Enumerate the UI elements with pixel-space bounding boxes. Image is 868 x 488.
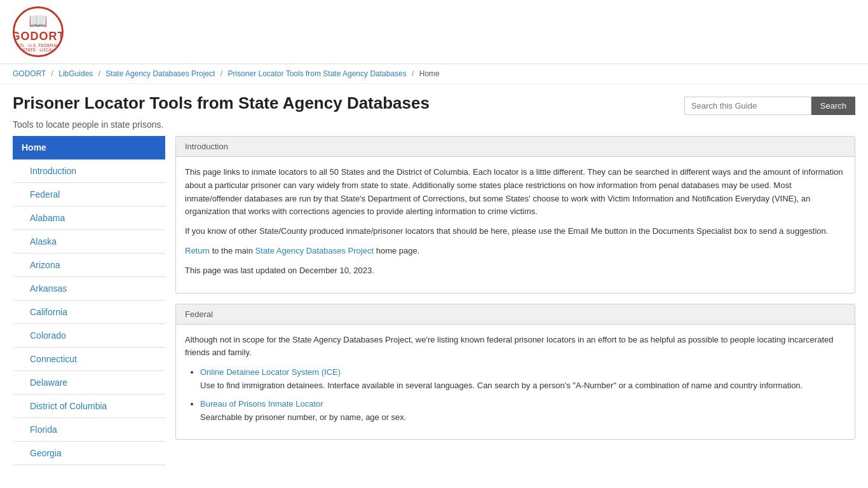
search-input[interactable]: [684, 97, 811, 115]
sidebar-item-dc[interactable]: District of Columbia: [13, 395, 165, 418]
sidebar-item-arkansas[interactable]: Arkansas: [13, 277, 165, 301]
introduction-card: Introduction This page links to inmate l…: [175, 136, 855, 294]
federal-card-header: Federal: [176, 304, 855, 325]
sidebar-item-connecticut[interactable]: Connecticut: [13, 348, 165, 371]
breadcrumb-home: Home: [419, 69, 440, 78]
page-subtitle: Tools to locate people in state prisons.: [0, 118, 868, 136]
sidebar-item-introduction[interactable]: Introduction: [13, 159, 165, 183]
bop-link[interactable]: Bureau of Prisons Inmate Locator: [200, 398, 846, 411]
intro-p1: This page links to inmate locators to al…: [185, 166, 846, 219]
sidebar-item-colorado[interactable]: Colorado: [13, 324, 165, 348]
search-area: Search: [684, 97, 855, 115]
federal-card-body: Although not in scope for the State Agen…: [176, 325, 855, 439]
logo-area: 📖 GODORT INTL · U.S. FEDERAL · STATE · L…: [13, 6, 855, 57]
sidebar-item-california[interactable]: California: [13, 301, 165, 324]
sidebar-item-alabama[interactable]: Alabama: [13, 207, 165, 230]
sidebar-item-delaware[interactable]: Delaware: [13, 371, 165, 395]
federal-links-list: Online Detainee Locator System (ICE) Use…: [185, 366, 846, 424]
breadcrumb-state-agency[interactable]: State Agency Databases Project: [105, 69, 215, 78]
federal-card: Federal Although not in scope for the St…: [175, 304, 855, 440]
sidebar-item-home[interactable]: Home: [13, 136, 165, 159]
sidebar-item-federal[interactable]: Federal: [13, 183, 165, 207]
logo-subtitle: INTL · U.S. FEDERAL · STATE · LOCAL: [13, 43, 64, 52]
ice-link[interactable]: Online Detainee Locator System (ICE): [200, 366, 846, 379]
content-area: Introduction This page links to inmate l…: [175, 136, 855, 465]
federal-intro: Although not in scope for the State Agen…: [185, 334, 846, 360]
search-button[interactable]: Search: [811, 97, 855, 115]
breadcrumb: GODORT / LibGuides / State Agency Databa…: [0, 64, 868, 84]
breadcrumb-godort[interactable]: GODORT: [13, 69, 46, 78]
intro-p2: If you know of other State/County produc…: [185, 225, 846, 238]
top-header: 📖 GODORT INTL · U.S. FEDERAL · STATE · L…: [0, 0, 868, 64]
intro-return-link[interactable]: Return: [185, 246, 210, 255]
intro-p4: This page was last updated on December 1…: [185, 264, 846, 278]
sidebar-item-georgia[interactable]: Georgia: [13, 442, 165, 465]
logo-book-icon: 📖: [13, 12, 64, 30]
list-item-bop: Bureau of Prisons Inmate Locator Searcha…: [200, 398, 846, 423]
main-layout: Home Introduction Federal Alabama Alaska…: [0, 136, 868, 465]
sidebar-item-alaska[interactable]: Alaska: [13, 230, 165, 254]
intro-state-agency-link[interactable]: State Agency Databases Project: [255, 246, 374, 255]
ice-desc: Use to find immigration detainees. Inter…: [200, 379, 846, 392]
logo[interactable]: 📖 GODORT INTL · U.S. FEDERAL · STATE · L…: [13, 6, 64, 57]
sidebar: Home Introduction Federal Alabama Alaska…: [13, 136, 165, 465]
intro-p3: Return to the main State Agency Database…: [185, 245, 846, 258]
sidebar-item-florida[interactable]: Florida: [13, 418, 165, 442]
introduction-card-body: This page links to inmate locators to al…: [176, 157, 855, 293]
sidebar-item-arizona[interactable]: Arizona: [13, 254, 165, 277]
breadcrumb-prisoner-locator[interactable]: Prisoner Locator Tools from State Agency…: [227, 69, 406, 78]
introduction-card-header: Introduction: [176, 137, 855, 157]
breadcrumb-libguides[interactable]: LibGuides: [58, 69, 93, 78]
logo-text: GODORT: [13, 30, 64, 43]
page-title-area: Prisoner Locator Tools from State Agency…: [0, 84, 868, 118]
bop-desc: Searchable by prisoner number, or by nam…: [200, 411, 846, 424]
list-item-ice: Online Detainee Locator System (ICE) Use…: [200, 366, 846, 391]
page-title: Prisoner Locator Tools from State Agency…: [13, 93, 430, 113]
